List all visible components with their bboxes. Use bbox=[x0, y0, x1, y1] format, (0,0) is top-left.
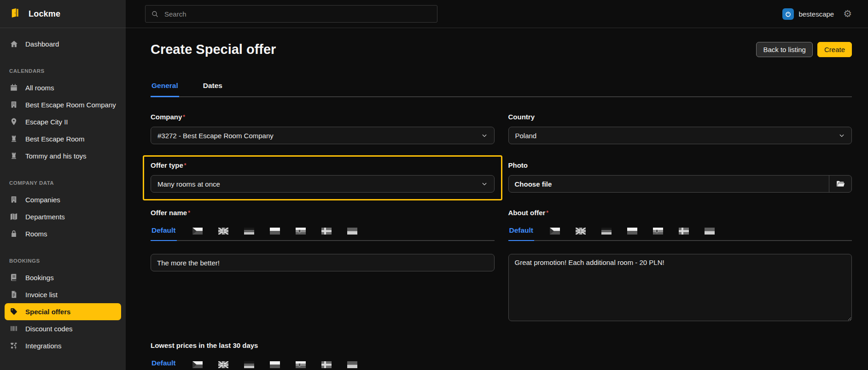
company-building-icon bbox=[9, 100, 18, 109]
country-label: Country bbox=[508, 113, 852, 121]
sidebar-item-label: Invoice list bbox=[25, 290, 58, 299]
calendar-icon bbox=[9, 83, 18, 92]
slovakia-flag[interactable] bbox=[296, 361, 306, 368]
uk-flag[interactable] bbox=[218, 228, 228, 235]
home-icon bbox=[9, 40, 18, 48]
poland-flag[interactable] bbox=[270, 361, 280, 368]
lowest-prices-language-tabs: Default bbox=[151, 359, 495, 370]
denmark-flag[interactable] bbox=[321, 361, 332, 368]
sidebar-item-escape-city-ii[interactable]: Escape City II bbox=[5, 113, 121, 130]
company-select[interactable]: #3272 - Best Escape Room Company bbox=[151, 127, 495, 144]
ukraine-flag[interactable] bbox=[347, 361, 357, 368]
sidebar-item-tommy-and-his-toys[interactable]: Tommy and his toys bbox=[5, 147, 121, 164]
uk-flag[interactable] bbox=[576, 228, 586, 235]
castle-rook-icon bbox=[9, 135, 18, 143]
poland-flag[interactable] bbox=[627, 228, 637, 235]
sidebar-item-label: Tommy and his toys bbox=[25, 152, 87, 160]
sidebar: Lockme Dashboard CALENDARS All rooms bbox=[0, 0, 126, 370]
sidebar-item-special-offers[interactable]: Special offers bbox=[5, 303, 121, 320]
choose-file-label: Choose file bbox=[509, 176, 829, 192]
required-marker: * bbox=[546, 210, 548, 216]
search-bar bbox=[145, 5, 437, 23]
sidebar-item-label: Departments bbox=[25, 212, 65, 221]
lowest-prices-label: Lowest prices in the last 30 days bbox=[151, 341, 495, 350]
sidebar-item-label: Dashboard bbox=[25, 40, 59, 48]
topbar-account[interactable]: bestescape ⚙ bbox=[782, 8, 852, 20]
czech-flag[interactable] bbox=[192, 228, 203, 235]
photo-label: Photo bbox=[508, 161, 852, 170]
offer-name-input[interactable] bbox=[151, 254, 495, 271]
sidebar-item-dashboard[interactable]: Dashboard bbox=[5, 35, 121, 53]
app-window: Lockme Dashboard CALENDARS All rooms bbox=[0, 0, 868, 370]
poland-flag[interactable] bbox=[270, 228, 280, 235]
germany-flag[interactable] bbox=[244, 228, 254, 235]
sidebar-item-companies[interactable]: Companies bbox=[5, 191, 121, 208]
company-building-icon bbox=[9, 195, 18, 204]
sidebar-item-rooms[interactable]: Rooms bbox=[5, 225, 121, 242]
sidebar-item-integrations[interactable]: Integrations bbox=[5, 337, 121, 354]
sidebar-item-label: Companies bbox=[25, 195, 60, 204]
offer-type-select-value: Many rooms at once bbox=[157, 180, 220, 188]
about-offer-language-tabs: Default bbox=[508, 226, 852, 241]
language-tab-default[interactable]: Default bbox=[508, 226, 535, 241]
about-offer-header: About offer* Default bbox=[508, 209, 852, 241]
folder-icon[interactable] bbox=[829, 176, 851, 192]
sidebar-item-label: Escape City II bbox=[25, 117, 68, 126]
uk-flag[interactable] bbox=[218, 361, 228, 368]
lock-icon bbox=[9, 229, 18, 238]
offer-type-select[interactable]: Many rooms at once bbox=[151, 175, 495, 193]
offer-type-label: Offer type* bbox=[151, 161, 495, 170]
country-select[interactable]: Poland bbox=[508, 127, 852, 144]
offer-name-header: Offer name* Default bbox=[151, 209, 495, 241]
about-offer-label: About offer* bbox=[508, 209, 852, 217]
slovakia-flag[interactable] bbox=[653, 228, 663, 235]
czech-flag[interactable] bbox=[192, 361, 203, 368]
sidebar-item-departments[interactable]: Departments bbox=[5, 208, 121, 225]
sidebar-item-bookings[interactable]: Bookings bbox=[5, 269, 121, 286]
map-icon bbox=[9, 212, 18, 221]
book-icon bbox=[9, 273, 18, 282]
map-pin-icon bbox=[9, 117, 18, 126]
create-button[interactable]: Create bbox=[817, 42, 852, 57]
lockme-door-logo-icon bbox=[9, 7, 21, 21]
language-tab-default[interactable]: Default bbox=[151, 226, 177, 241]
search-input[interactable] bbox=[163, 10, 431, 18]
sidebar-item-best-escape-room-company[interactable]: Best Escape Room Company bbox=[5, 96, 121, 113]
sidebar-nav: Dashboard CALENDARS All rooms Best Escap… bbox=[0, 28, 126, 354]
country-field-group: Country Poland bbox=[508, 113, 852, 144]
sidebar-item-invoice-list[interactable]: Invoice list bbox=[5, 286, 121, 303]
offer-name-language-tabs: Default bbox=[151, 226, 495, 241]
chevron-down-icon bbox=[481, 181, 488, 187]
photo-file-input[interactable]: Choose file bbox=[508, 175, 852, 193]
required-marker: * bbox=[184, 162, 186, 169]
sidebar-item-label: Special offers bbox=[25, 307, 70, 316]
lowest-prices-header: Lowest prices in the last 30 days Defaul… bbox=[151, 341, 495, 370]
brand-name: Lockme bbox=[29, 9, 60, 19]
germany-flag[interactable] bbox=[601, 228, 612, 235]
required-marker: * bbox=[183, 114, 185, 120]
ukraine-flag[interactable] bbox=[705, 228, 715, 235]
ukraine-flag[interactable] bbox=[347, 228, 357, 235]
language-tab-default[interactable]: Default bbox=[151, 359, 177, 370]
account-power-icon bbox=[782, 8, 794, 20]
company-field-group: Company* #3272 - Best Escape Room Compan… bbox=[151, 113, 495, 144]
settings-gear-icon[interactable]: ⚙ bbox=[843, 9, 852, 19]
chevron-down-icon bbox=[839, 132, 845, 139]
invoice-document-icon bbox=[9, 290, 18, 299]
sidebar-item-all-rooms[interactable]: All rooms bbox=[5, 79, 121, 96]
tab-general[interactable]: General bbox=[151, 82, 179, 97]
sidebar-item-label: Integrations bbox=[25, 341, 61, 350]
tab-dates[interactable]: Dates bbox=[202, 82, 223, 96]
denmark-flag[interactable] bbox=[321, 228, 332, 235]
sidebar-header: Lockme bbox=[0, 0, 126, 28]
denmark-flag[interactable] bbox=[679, 228, 689, 235]
slovakia-flag[interactable] bbox=[296, 228, 306, 235]
main-area: bestescape ⚙ Create Special offer Back t… bbox=[126, 0, 868, 370]
sidebar-item-best-escape-room[interactable]: Best Escape Room bbox=[5, 130, 121, 147]
germany-flag[interactable] bbox=[244, 361, 254, 368]
back-to-listing-button[interactable]: Back to listing bbox=[756, 42, 813, 57]
sidebar-item-discount-codes[interactable]: Discount codes bbox=[5, 320, 121, 337]
czech-flag[interactable] bbox=[550, 228, 560, 235]
about-offer-textarea[interactable]: Great promotion! Each additional room - … bbox=[508, 254, 852, 321]
sidebar-item-label: Bookings bbox=[25, 273, 54, 282]
